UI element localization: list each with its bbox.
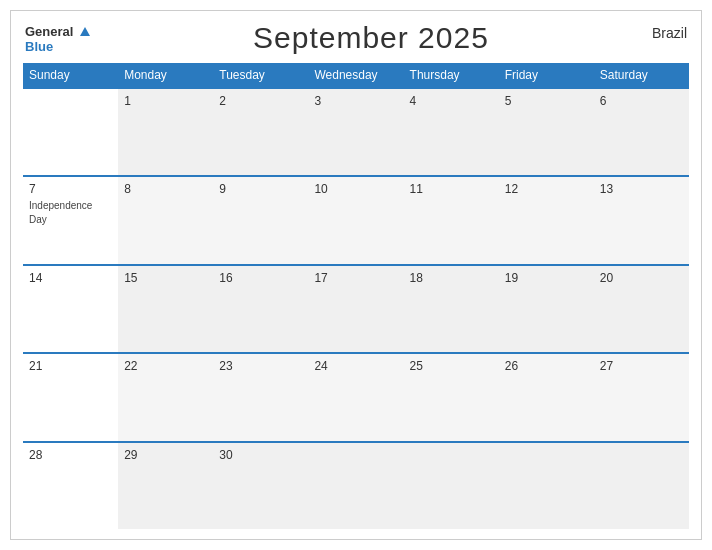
day-number: 3 xyxy=(314,94,397,108)
day-cell xyxy=(594,443,689,529)
day-number: 30 xyxy=(219,448,302,462)
day-number: 12 xyxy=(505,182,588,196)
day-cell: 16 xyxy=(213,266,308,352)
day-cell: 5 xyxy=(499,89,594,175)
day-cell: 11 xyxy=(404,177,499,263)
day-cell: 3 xyxy=(308,89,403,175)
day-cell: 1 xyxy=(118,89,213,175)
day-number: 15 xyxy=(124,271,207,285)
day-cell: 8 xyxy=(118,177,213,263)
calendar-title: September 2025 xyxy=(253,21,489,55)
day-number: 29 xyxy=(124,448,207,462)
day-number: 10 xyxy=(314,182,397,196)
day-number: 20 xyxy=(600,271,683,285)
calendar-weeks: 1234567Independence Day89101112131415161… xyxy=(23,87,689,529)
header-thursday: Thursday xyxy=(404,63,499,87)
calendar-grid: Sunday Monday Tuesday Wednesday Thursday… xyxy=(23,63,689,529)
day-number: 14 xyxy=(29,271,112,285)
day-cell: 21 xyxy=(23,354,118,440)
day-cell: 23 xyxy=(213,354,308,440)
day-number: 6 xyxy=(600,94,683,108)
day-number: 16 xyxy=(219,271,302,285)
calendar-header: General Blue September 2025 Brazil xyxy=(23,21,689,55)
header-wednesday: Wednesday xyxy=(308,63,403,87)
day-cell: 10 xyxy=(308,177,403,263)
day-number: 22 xyxy=(124,359,207,373)
day-cell: 13 xyxy=(594,177,689,263)
day-number: 18 xyxy=(410,271,493,285)
header-tuesday: Tuesday xyxy=(213,63,308,87)
day-cell: 9 xyxy=(213,177,308,263)
week-row-2: 7Independence Day8910111213 xyxy=(23,175,689,263)
day-cell: 19 xyxy=(499,266,594,352)
week-row-5: 282930 xyxy=(23,441,689,529)
day-number: 21 xyxy=(29,359,112,373)
calendar: General Blue September 2025 Brazil Sunda… xyxy=(10,10,702,540)
day-cell: 29 xyxy=(118,443,213,529)
day-cell: 6 xyxy=(594,89,689,175)
day-cell: 27 xyxy=(594,354,689,440)
day-number: 24 xyxy=(314,359,397,373)
day-cell: 25 xyxy=(404,354,499,440)
day-number: 23 xyxy=(219,359,302,373)
country-label: Brazil xyxy=(652,25,687,41)
day-cell: 14 xyxy=(23,266,118,352)
logo-blue-text: Blue xyxy=(25,40,90,54)
day-number: 13 xyxy=(600,182,683,196)
day-number: 5 xyxy=(505,94,588,108)
day-number: 4 xyxy=(410,94,493,108)
header-friday: Friday xyxy=(499,63,594,87)
day-cell: 7Independence Day xyxy=(23,177,118,263)
day-number: 2 xyxy=(219,94,302,108)
logo-triangle-icon xyxy=(80,27,90,36)
day-cell: 20 xyxy=(594,266,689,352)
day-cell: 4 xyxy=(404,89,499,175)
day-number: 25 xyxy=(410,359,493,373)
day-cell: 28 xyxy=(23,443,118,529)
logo-general-text: General xyxy=(25,24,73,39)
day-cell: 26 xyxy=(499,354,594,440)
day-number: 27 xyxy=(600,359,683,373)
logo: General Blue xyxy=(25,22,90,54)
day-number: 1 xyxy=(124,94,207,108)
day-number: 9 xyxy=(219,182,302,196)
day-cell xyxy=(499,443,594,529)
day-cell: 12 xyxy=(499,177,594,263)
week-row-3: 14151617181920 xyxy=(23,264,689,352)
day-headers-row: Sunday Monday Tuesday Wednesday Thursday… xyxy=(23,63,689,87)
header-monday: Monday xyxy=(118,63,213,87)
day-number: 19 xyxy=(505,271,588,285)
day-cell: 2 xyxy=(213,89,308,175)
day-number: 11 xyxy=(410,182,493,196)
day-cell xyxy=(308,443,403,529)
day-number: 8 xyxy=(124,182,207,196)
day-cell: 15 xyxy=(118,266,213,352)
day-cell xyxy=(404,443,499,529)
day-number: 28 xyxy=(29,448,112,462)
day-cell: 24 xyxy=(308,354,403,440)
day-cell: 22 xyxy=(118,354,213,440)
week-row-1: 123456 xyxy=(23,87,689,175)
day-cell: 30 xyxy=(213,443,308,529)
day-number: 26 xyxy=(505,359,588,373)
day-number: 7 xyxy=(29,182,112,196)
week-row-4: 21222324252627 xyxy=(23,352,689,440)
header-saturday: Saturday xyxy=(594,63,689,87)
day-event: Independence Day xyxy=(29,200,92,225)
day-number: 17 xyxy=(314,271,397,285)
day-cell xyxy=(23,89,118,175)
header-sunday: Sunday xyxy=(23,63,118,87)
day-cell: 17 xyxy=(308,266,403,352)
day-cell: 18 xyxy=(404,266,499,352)
